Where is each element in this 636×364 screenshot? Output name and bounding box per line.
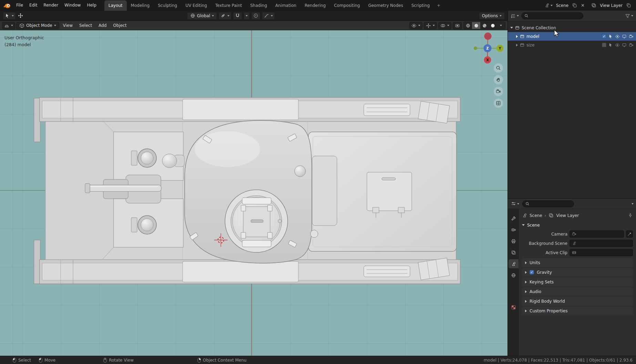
view-layer-selector[interactable] (591, 2, 597, 9)
tab-uv-editing[interactable]: UV Editing (181, 0, 211, 11)
shading-solid-button[interactable] (472, 22, 480, 29)
tab-compositing[interactable]: Compositing (330, 0, 364, 11)
outliner-filter-dropdown[interactable] (624, 13, 634, 19)
expand-icon[interactable] (516, 35, 518, 38)
toggle-ortho-button[interactable] (494, 98, 503, 108)
panel-units[interactable]: Units (522, 258, 633, 267)
properties-options-dropdown[interactable] (632, 203, 634, 205)
snap-toggle[interactable] (233, 12, 242, 20)
selectable-icon[interactable] (608, 43, 613, 47)
background-scene-field[interactable] (570, 240, 633, 247)
zoom-button[interactable] (494, 63, 503, 73)
object-visibility-dropdown[interactable] (409, 22, 422, 29)
shading-rendered-button[interactable] (489, 22, 497, 29)
scene-name-field[interactable]: Scene (555, 3, 570, 8)
outliner-row-scene-collection[interactable]: Scene Collection (508, 23, 636, 32)
xray-toggle[interactable] (453, 22, 462, 29)
tab-world-properties[interactable] (509, 271, 519, 280)
panel-audio[interactable]: Audio (522, 287, 633, 296)
tab-animation[interactable]: Animation (271, 0, 300, 11)
object-mode-dropdown[interactable]: Object Mode (16, 22, 59, 29)
overlays-dropdown[interactable] (438, 22, 451, 29)
viewport-menu-select[interactable]: Select (76, 21, 95, 30)
blender-logo-icon[interactable] (3, 2, 11, 9)
hide-eye-icon[interactable] (615, 34, 620, 39)
menu-file[interactable]: File (13, 0, 26, 11)
tab-geometry-nodes[interactable]: Geometry Nodes (364, 0, 407, 11)
viewport-menu-add[interactable]: Add (96, 21, 109, 30)
viewport-menu-view[interactable]: View (60, 21, 75, 30)
shading-dropdown[interactable] (497, 22, 505, 29)
outliner-display-mode-dropdown[interactable] (510, 13, 520, 19)
outliner-search[interactable] (521, 12, 583, 19)
outliner-row-size[interactable]: size (508, 41, 636, 49)
expand-icon[interactable] (516, 44, 518, 46)
tab-shading[interactable]: Shading (246, 0, 271, 11)
outliner-row-model[interactable]: model ✓ (508, 32, 636, 41)
transform-pivot-dropdown[interactable] (218, 12, 232, 20)
collection-checkbox[interactable]: ✓ (602, 34, 606, 39)
browse-scene-button[interactable] (544, 2, 553, 9)
tab-layout[interactable]: Layout (104, 0, 127, 11)
tab-tool-properties[interactable] (509, 214, 519, 223)
active-clip-field[interactable] (570, 249, 633, 256)
gizmos-dropdown[interactable] (424, 22, 437, 29)
tab-output-properties[interactable] (509, 237, 519, 246)
tab-sculpting[interactable]: Sculpting (154, 0, 181, 11)
gizmo-axis-neg-x[interactable] (484, 33, 492, 40)
move-tool-icon[interactable] (18, 13, 23, 18)
unlink-scene-button[interactable] (579, 2, 586, 9)
disable-viewport-icon[interactable] (622, 43, 627, 48)
active-tool-button[interactable] (3, 12, 16, 20)
disable-viewport-icon[interactable] (622, 34, 627, 39)
menu-edit[interactable]: Edit (26, 0, 40, 11)
camera-field[interactable] (570, 230, 624, 238)
hide-eye-icon[interactable] (615, 43, 620, 48)
shading-wireframe-button[interactable] (464, 22, 472, 29)
disable-render-icon[interactable] (629, 34, 634, 39)
properties-search-input[interactable] (531, 201, 571, 206)
disable-render-icon[interactable] (629, 43, 634, 48)
options-dropdown[interactable]: Options (479, 12, 505, 20)
navigation-gizmo[interactable]: Y X Z (470, 31, 505, 65)
eyedropper-button[interactable] (626, 230, 633, 238)
tab-render-properties[interactable] (509, 225, 519, 234)
panel-gravity[interactable]: ✓ Gravity (522, 268, 633, 277)
shading-material-button[interactable] (480, 22, 489, 29)
panel-scene-header[interactable]: Scene (522, 221, 633, 229)
view-layer-name-field[interactable]: View Layer (599, 3, 624, 8)
gravity-checkbox[interactable]: ✓ (530, 270, 534, 274)
viewport-menu-object[interactable]: Object (110, 21, 129, 30)
menu-window[interactable]: Window (61, 0, 84, 11)
pan-button[interactable] (494, 75, 503, 84)
breadcrumb-view-layer[interactable]: View Layer (556, 213, 579, 218)
tab-scripting[interactable]: Scripting (407, 0, 434, 11)
camera-view-button[interactable] (494, 87, 503, 96)
transform-orientation-dropdown[interactable]: Global (187, 12, 217, 20)
properties-editor-type-dropdown[interactable] (510, 200, 520, 207)
tab-texture-paint[interactable]: Texture Paint (211, 0, 246, 11)
viewport-3d[interactable]: User Orthographic (284) model Y X Z (0, 30, 507, 356)
expand-icon[interactable] (510, 27, 513, 29)
breadcrumb-scene[interactable]: Scene (530, 213, 542, 218)
panel-rigid-body-world[interactable]: Rigid Body World (522, 297, 633, 305)
panel-keying-sets[interactable]: Keying Sets (522, 278, 633, 286)
tab-texture-properties[interactable] (509, 303, 519, 312)
menu-render[interactable]: Render (40, 0, 61, 11)
pin-icon[interactable] (628, 213, 633, 218)
editor-type-dropdown[interactable] (2, 22, 15, 29)
tab-scene-properties[interactable] (509, 259, 519, 268)
tab-rendering[interactable]: Rendering (300, 0, 330, 11)
selectable-icon[interactable] (608, 34, 613, 39)
snap-settings-dropdown[interactable] (244, 12, 250, 20)
menu-help[interactable]: Help (84, 0, 99, 11)
panel-custom-properties[interactable]: Custom Properties (522, 306, 633, 315)
new-view-layer-button[interactable] (625, 2, 632, 9)
new-scene-button[interactable] (571, 2, 578, 9)
tank-model[interactable] (0, 30, 507, 356)
properties-search[interactable] (522, 200, 574, 207)
proportional-falloff-dropdown[interactable] (262, 12, 275, 20)
tab-view-layer-properties[interactable] (509, 248, 519, 257)
add-workspace-button[interactable]: + (434, 0, 443, 11)
collection-checkbox[interactable] (602, 43, 606, 47)
